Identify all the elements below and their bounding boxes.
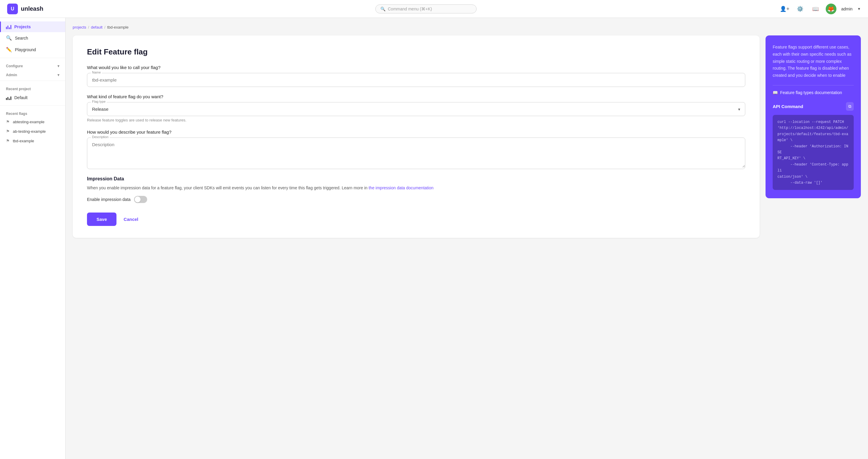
sidebar-item-label: Playground	[15, 47, 36, 52]
form-section-flag-type: What kind of feature flag do you want? F…	[87, 94, 745, 122]
name-input[interactable]	[87, 73, 745, 87]
flag-type-hint: Release feature toggles are used to rele…	[87, 118, 745, 122]
bar-chart-icon-small	[6, 95, 11, 100]
api-command-title: API Command	[773, 104, 803, 109]
docs-icon-button[interactable]: 📖	[810, 4, 821, 14]
command-search-bar[interactable]: 🔍 Command menu (⌘+K)	[73, 4, 779, 13]
admin-chevron-icon: ▾	[58, 73, 59, 77]
sidebar: Projects 🔍 Search ✏️ Playground Configur…	[0, 18, 65, 459]
sidebar-item-label: Projects	[14, 24, 31, 29]
form-label-name: What would you like to call your flag?	[87, 65, 745, 70]
sidebar-divider-3	[0, 105, 65, 106]
admin-dropdown-chevron[interactable]: ▼	[857, 7, 861, 11]
breadcrumb-current: tbd-example	[107, 25, 129, 30]
recent-project-header: Recent project	[0, 83, 65, 92]
sidebar-recent-project-default[interactable]: Default	[0, 92, 65, 103]
search-icon: 🔍	[380, 6, 385, 11]
sidebar-flag-ab-testing[interactable]: ⚑ ab-testing-example	[0, 127, 65, 136]
book-icon: 📖	[773, 90, 778, 95]
sidebar-item-label: Search	[15, 36, 28, 40]
breadcrumb-projects[interactable]: projects	[73, 25, 86, 30]
form-section-description: How would you describe your feature flag…	[87, 130, 745, 169]
sidebar-section-configure[interactable]: Configure ▾	[0, 60, 65, 69]
sidebar-item-projects[interactable]: Projects	[0, 22, 65, 32]
sidebar-section-admin[interactable]: Admin ▾	[0, 69, 65, 78]
admin-label: admin	[841, 6, 852, 11]
command-search-input[interactable]: 🔍 Command menu (⌘+K)	[375, 4, 476, 13]
sidebar-item-playground[interactable]: ✏️ Playground	[0, 44, 65, 55]
form-label-flag-type: What kind of feature flag do you want?	[87, 94, 745, 99]
impression-doc-link[interactable]: the impression data documentation	[369, 186, 433, 190]
bar-chart-icon	[6, 24, 11, 29]
search-placeholder: Command menu (⌘+K)	[388, 6, 432, 11]
flag-label: tbd-example	[13, 139, 34, 143]
logo-text: unleash	[21, 5, 43, 12]
form-label-description: How would you describe your feature flag…	[87, 130, 745, 135]
form-actions: Save Cancel	[87, 212, 745, 226]
toggle-knob	[135, 196, 141, 202]
flag-type-select-inner[interactable]: Release ▾	[87, 102, 745, 116]
form-title: Edit Feature flag	[87, 47, 745, 57]
flag-icon: ⚑	[6, 129, 10, 134]
copy-api-button[interactable]: ⧉	[846, 102, 854, 111]
sidebar-flag-tbd[interactable]: ⚑ tbd-example	[0, 136, 65, 145]
impression-toggle-row: Enable impression data	[87, 196, 745, 203]
sidebar-flag-abtesting[interactable]: ⚑ abtesting-example	[0, 117, 65, 127]
app-body: Projects 🔍 Search ✏️ Playground Configur…	[0, 18, 868, 459]
configure-chevron-icon: ▾	[58, 64, 59, 68]
cancel-button[interactable]: Cancel	[121, 212, 141, 226]
add-user-button[interactable]: 👤+	[779, 4, 790, 14]
info-panel: Feature flags support different use case…	[766, 35, 861, 198]
flag-icon: ⚑	[6, 138, 10, 143]
nav-actions: 👤+ ⚙️ 📖 🦊 admin ▼	[779, 4, 861, 14]
flag-type-label: Flag type	[91, 100, 106, 103]
form-section-impression: Impression Data When you enable impressi…	[87, 176, 745, 203]
breadcrumb-sep-1: /	[88, 25, 89, 30]
impression-toggle[interactable]	[134, 196, 147, 203]
name-input-wrap: Name	[87, 73, 745, 87]
info-description: Feature flags support different use case…	[773, 44, 854, 79]
breadcrumb-default[interactable]: default	[91, 25, 102, 30]
main-content: projects / default / tbd-example Edit Fe…	[65, 18, 868, 459]
info-doc-link[interactable]: 📖 Feature flag types documentation	[773, 85, 854, 95]
logo-icon: U	[7, 4, 18, 14]
description-textarea-wrap: Description	[87, 137, 745, 169]
avatar[interactable]: 🦊	[826, 4, 836, 14]
api-command-header: API Command ⧉	[773, 102, 854, 111]
sidebar-item-search[interactable]: 🔍 Search	[0, 32, 65, 44]
impression-desc-part1: When you enable impression data for a fe…	[87, 186, 369, 190]
flag-label: abtesting-example	[13, 120, 44, 124]
content-area: Edit Feature flag What would you like to…	[73, 35, 861, 238]
description-field-label: Description	[91, 135, 110, 139]
form-section-name: What would you like to call your flag? N…	[87, 65, 745, 87]
logo-area: U unleash	[7, 4, 73, 14]
settings-icon-button[interactable]: ⚙️	[795, 4, 805, 14]
form-card: Edit Feature flag What would you like to…	[73, 35, 760, 238]
impression-toggle-label: Enable impression data	[87, 197, 130, 202]
impression-title: Impression Data	[87, 176, 745, 182]
flag-icon: ⚑	[6, 119, 10, 124]
sidebar-divider	[0, 58, 65, 58]
flag-type-chevron-icon: ▾	[738, 107, 740, 111]
name-field-label: Name	[91, 70, 102, 74]
top-nav: U unleash 🔍 Command menu (⌘+K) 👤+ ⚙️ 📖 🦊…	[0, 0, 868, 18]
recent-flags-header: Recent flags	[0, 108, 65, 117]
breadcrumb-sep-2: /	[104, 25, 105, 30]
impression-desc: When you enable impression data for a fe…	[87, 185, 745, 191]
flag-type-value: Release	[92, 106, 108, 111]
description-textarea[interactable]	[87, 138, 745, 168]
api-code-block: curl --location --request PATCH 'http://…	[773, 115, 854, 190]
search-icon: 🔍	[6, 35, 12, 41]
flag-label: ab-testing-example	[13, 129, 46, 134]
sidebar-project-label: Default	[14, 95, 27, 100]
save-button[interactable]: Save	[87, 212, 117, 226]
flag-type-select[interactable]: Flag type Release ▾	[87, 102, 745, 116]
breadcrumb: projects / default / tbd-example	[73, 25, 861, 30]
pen-icon: ✏️	[6, 47, 12, 53]
